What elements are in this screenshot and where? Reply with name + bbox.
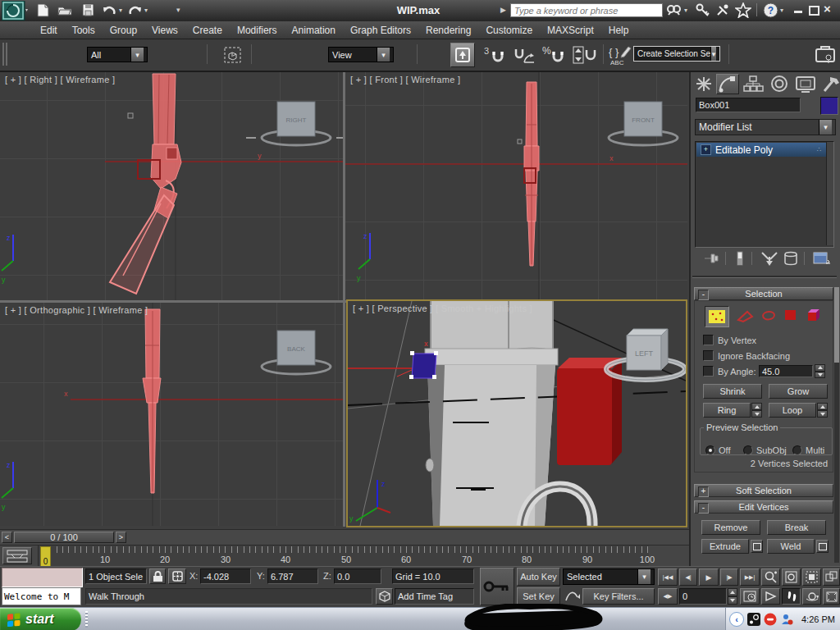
open-file-icon[interactable] — [57, 5, 72, 16]
rectangular-selection-region-icon[interactable] — [223, 45, 244, 65]
tab-modify-icon[interactable] — [716, 74, 739, 94]
loop-spinner[interactable] — [817, 403, 828, 418]
viewport-orthographic-label[interactable]: [ + ] [ Orthographic ] [ Wireframe ] — [5, 305, 148, 315]
by-angle-spinner[interactable] — [815, 364, 825, 378]
zoom-all-button[interactable] — [782, 568, 801, 586]
edge-mode-button[interactable] — [736, 308, 756, 325]
selection-filter-arrow[interactable]: ▾ — [130, 48, 144, 62]
max-logo[interactable] — [2, 1, 28, 21]
search-icon[interactable] — [666, 3, 682, 16]
viewport-perspective[interactable]: [ + ] [ Perspective ] [ Smooth + Highlig… — [346, 299, 687, 527]
menu-help[interactable]: Help — [601, 25, 637, 36]
tab-hierarchy-icon[interactable] — [742, 75, 764, 94]
maximize-viewport-toggle-button[interactable] — [823, 588, 840, 605]
angle-snap-icon[interactable] — [513, 46, 537, 66]
preview-off-radio[interactable] — [705, 445, 715, 455]
menu-rendering[interactable]: Rendering — [418, 25, 478, 36]
search-options-arrow[interactable]: ▾ — [684, 7, 687, 14]
shrink-button[interactable]: Shrink — [703, 384, 762, 399]
x-coord-field[interactable]: -4.028 — [200, 568, 251, 584]
viewport-right-label[interactable]: [ + ] [ Right ] [ Wireframe ] — [5, 75, 115, 84]
ring-spinner[interactable] — [751, 403, 762, 418]
loop-button[interactable]: Loop — [769, 403, 816, 418]
time-slider-handle[interactable]: 0 / 100 — [14, 532, 114, 543]
time-configuration-button[interactable] — [740, 588, 760, 605]
key-step-toggle-button[interactable]: ◀▶ — [658, 588, 678, 605]
preview-multi-radio[interactable] — [792, 445, 802, 455]
by-angle-checkbox[interactable] — [703, 366, 714, 377]
menu-maxscript[interactable]: MAXScript — [540, 25, 601, 36]
object-color-swatch[interactable] — [820, 97, 838, 115]
busy-status-tray-icon[interactable] — [764, 613, 777, 626]
border-mode-button[interactable] — [759, 308, 778, 324]
current-frame-field[interactable]: 0 — [679, 588, 727, 605]
auto-key-button[interactable]: Auto Key — [517, 568, 560, 586]
edit-named-selection-sets-icon[interactable]: {}ABC — [607, 43, 632, 66]
communication-key-icon[interactable] — [696, 3, 710, 17]
minimize-button[interactable] — [794, 11, 802, 13]
extrude-button[interactable]: Extrude — [701, 539, 749, 554]
selection-lock-button[interactable] — [149, 568, 166, 584]
key-filters-button[interactable]: Key Filters... — [582, 588, 655, 605]
menu-views[interactable]: Views — [144, 25, 185, 36]
add-time-tag-field[interactable]: Add Time Tag — [395, 588, 474, 605]
time-slider-prev-button[interactable]: < — [2, 532, 12, 543]
menu-customize[interactable]: Customize — [478, 25, 540, 36]
menu-animation[interactable]: Animation — [285, 25, 343, 36]
panel-scrollbar-thumb[interactable] — [834, 287, 839, 363]
modifier-stack[interactable]: + Editable Poly ∴ — [695, 141, 834, 248]
zoom-button[interactable] — [761, 568, 780, 586]
by-vertex-checkbox[interactable] — [703, 335, 714, 345]
set-keys-button[interactable] — [480, 568, 514, 605]
maxscript-mini-listener[interactable] — [2, 568, 83, 587]
play-button[interactable]: ▶ — [699, 568, 719, 586]
viewport-front[interactable]: [ + ] [ Front ] [ Wireframe ] x FRONT — [345, 72, 687, 300]
modifier-list-arrow[interactable]: ▾ — [819, 120, 832, 135]
key-mode-dropdown[interactable]: Selected ▾ — [563, 568, 655, 585]
previous-frame-button[interactable]: ◀| — [679, 568, 697, 586]
messenger-tray-icon[interactable] — [780, 613, 793, 626]
search-input[interactable] — [510, 3, 663, 17]
new-key-curve-icon[interactable] — [564, 589, 581, 604]
collapse-box[interactable]: - — [698, 290, 709, 300]
weld-settings-button[interactable] — [816, 540, 829, 553]
viewport-right[interactable]: [ + ] [ Right ] [ Wireframe ] y — [0, 72, 343, 300]
modifier-list-dropdown[interactable]: Modifier List ▾ — [695, 119, 836, 135]
help-icon[interactable]: ? — [763, 2, 778, 18]
tab-create-icon[interactable] — [693, 75, 714, 94]
selection-rollout-header[interactable]: - Selection — [694, 287, 833, 300]
next-frame-button[interactable]: |▶ — [720, 568, 738, 586]
y-coord-field[interactable]: 6.787 — [267, 568, 318, 584]
set-key-button[interactable]: Set Key — [517, 587, 560, 605]
named-selection-sets-dropdown[interactable]: Create Selection Se ▾ — [633, 46, 720, 62]
field-of-view-button[interactable] — [761, 588, 780, 605]
named-selection-sets-arrow[interactable]: ▾ — [710, 47, 716, 61]
mini-curve-editor-button[interactable] — [2, 547, 32, 564]
infocenter-satellite-icon[interactable] — [715, 3, 730, 17]
toolbar-overflow-icon[interactable]: ▾ — [176, 6, 180, 14]
snap-toggle-icon[interactable] — [491, 50, 505, 63]
pin-stack-icon[interactable] — [702, 251, 720, 266]
preview-subobj-radio[interactable] — [743, 445, 753, 455]
redo-flyout-arrow[interactable]: ▾ — [144, 7, 148, 14]
object-name-field[interactable]: Box001 — [696, 98, 801, 112]
help-options-arrow[interactable]: ▾ — [780, 7, 783, 14]
tab-motion-icon[interactable] — [769, 75, 790, 94]
percent-snap-icon[interactable] — [551, 50, 565, 63]
tray-chevron-button[interactable]: ‹ — [729, 612, 744, 627]
new-file-icon[interactable] — [37, 3, 49, 17]
spinner-snap-icon[interactable] — [572, 45, 598, 66]
grow-button[interactable]: Grow — [769, 384, 828, 399]
quicklaunch-grip[interactable] — [85, 611, 88, 628]
expand-box[interactable]: + — [698, 486, 709, 497]
isolate-selection-button[interactable] — [376, 588, 393, 605]
collapse-box[interactable]: - — [698, 503, 709, 514]
viewport-perspective-label[interactable]: [ + ] [ Perspective ] [ Smooth + Highlig… — [353, 304, 532, 313]
key-mode-arrow[interactable]: ▾ — [637, 569, 651, 584]
absolute-mode-button[interactable] — [168, 568, 186, 584]
orbit-button[interactable] — [802, 588, 821, 605]
show-end-result-icon[interactable] — [735, 250, 745, 267]
reference-coordinate-dropdown[interactable]: View ▾ — [328, 47, 394, 62]
stack-item-editable-poly[interactable]: + Editable Poly ∴ — [696, 143, 826, 157]
ignore-backfacing-checkbox[interactable] — [703, 350, 714, 361]
